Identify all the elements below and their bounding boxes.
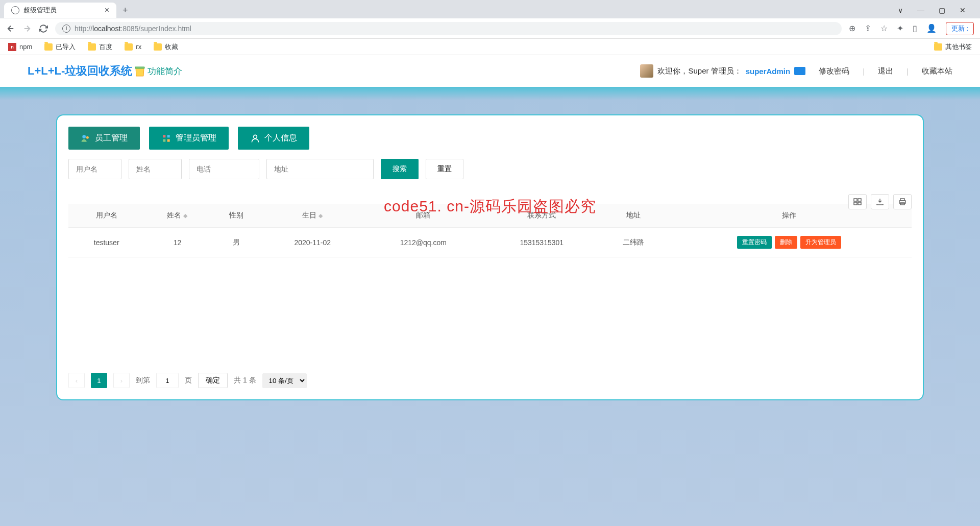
id-badge-icon — [794, 67, 805, 75]
bookmark-npm[interactable]: nnpm — [8, 43, 32, 51]
search-phone-input[interactable] — [189, 159, 259, 179]
cell-username: testuser — [68, 228, 144, 257]
change-password-link[interactable]: 修改密码 — [819, 66, 849, 76]
reload-icon[interactable] — [39, 24, 48, 33]
bookmark-fav[interactable]: 收藏 — [154, 42, 178, 52]
next-page-button[interactable]: › — [113, 373, 130, 388]
app-header: L+L+L-垃圾回收系统 功能简介 欢迎你，Super 管理员： superAd… — [0, 55, 980, 87]
chevron-down-icon[interactable]: ∨ — [898, 6, 903, 14]
reset-button[interactable]: 重置 — [426, 159, 463, 179]
data-table: 用户名 姓名◆ 性别 生日◆ 邮箱 联系方式 地址 操作 testuser 12… — [68, 204, 912, 257]
col-contact: 联系方式 — [484, 204, 599, 228]
goto-suffix: 页 — [185, 376, 192, 385]
window-controls: ∨ — ▢ ✕ — [898, 6, 976, 14]
svg-rect-3 — [167, 135, 170, 137]
bookmark-bar: nnpm 已导入 百度 rx 收藏 其他书签 — [0, 39, 980, 55]
search-name-input[interactable] — [129, 159, 182, 179]
tab-title: 超级管理员 — [23, 6, 57, 15]
page-size-select[interactable]: 10 条/页 — [262, 373, 307, 388]
svg-point-1 — [86, 136, 89, 138]
folder-icon — [44, 43, 53, 51]
goto-page-input[interactable] — [156, 373, 179, 388]
star-icon[interactable]: ☆ — [880, 23, 888, 33]
col-address: 地址 — [599, 204, 667, 228]
search-username-input[interactable] — [68, 159, 121, 179]
admin-icon — [161, 133, 172, 144]
cell-name: 12 — [144, 228, 210, 257]
prev-page-button[interactable]: ‹ — [68, 373, 85, 388]
search-row: 搜索 重置 — [68, 159, 912, 179]
page-1-button[interactable]: 1 — [91, 373, 107, 388]
svg-point-6 — [254, 135, 257, 138]
tab-profile[interactable]: 个人信息 — [238, 127, 309, 150]
share-icon[interactable]: ⇪ — [865, 23, 871, 33]
address-right: ⊕ ⇪ ☆ ✦ ▯ 👤 更新 : — [849, 22, 974, 35]
cell-email: 1212@qq.com — [362, 228, 484, 257]
search-address-input[interactable] — [266, 159, 374, 179]
col-name[interactable]: 姓名◆ — [144, 204, 210, 228]
bookmark-baidu[interactable]: 百度 — [88, 42, 112, 52]
bookmark-other[interactable]: 其他书签 — [934, 42, 972, 52]
col-birthday[interactable]: 生日◆ — [262, 204, 362, 228]
minimize-icon[interactable]: — — [917, 6, 924, 14]
cell-birthday: 2020-11-02 — [262, 228, 362, 257]
browser-tab[interactable]: 超级管理员 × — [4, 3, 116, 18]
svg-rect-13 — [900, 203, 904, 205]
close-tab-icon[interactable]: × — [105, 6, 109, 15]
main-area: 员工管理 管理员管理 个人信息 搜索 重置 code51. cn-源码乐园盗图必… — [0, 87, 980, 526]
tab-staff[interactable]: 员工管理 — [68, 127, 140, 150]
table-row: testuser 12 男 2020-11-02 1212@qq.com 153… — [68, 228, 912, 257]
info-icon[interactable]: i — [62, 25, 70, 33]
side-panel-icon[interactable]: ▯ — [913, 23, 917, 33]
feature-link[interactable]: 功能简介 — [148, 65, 182, 77]
content-panel: 员工管理 管理员管理 个人信息 搜索 重置 code51. cn-源码乐园盗图必… — [56, 114, 924, 400]
zoom-icon[interactable]: ⊕ — [849, 23, 855, 33]
export-icon[interactable] — [871, 194, 889, 209]
promote-button[interactable]: 升为管理员 — [800, 236, 841, 249]
delete-button[interactable]: 删除 — [775, 236, 797, 249]
close-window-icon[interactable]: ✕ — [960, 6, 966, 14]
extensions-icon[interactable]: ✦ — [897, 23, 903, 33]
profile-icon[interactable]: 👤 — [926, 23, 937, 33]
total-count: 共 1 条 — [234, 376, 256, 385]
col-gender: 性别 — [210, 204, 263, 228]
forward-icon[interactable] — [22, 24, 32, 33]
bookmark-rx[interactable]: rx — [125, 43, 141, 51]
address-bar: i http://localhost:8085/superIndex.html … — [0, 18, 980, 39]
update-button[interactable]: 更新 : — [946, 22, 974, 35]
table-header-row: 用户名 姓名◆ 性别 生日◆ 邮箱 联系方式 地址 操作 — [68, 204, 912, 228]
new-tab-button[interactable]: + — [122, 5, 128, 16]
divider: | — [906, 67, 909, 76]
cell-address: 二纬路 — [599, 228, 667, 257]
sort-icon: ◆ — [183, 212, 187, 219]
tab-bar: 超级管理员 × + ∨ — ▢ ✕ — [0, 0, 980, 18]
goto-confirm-button[interactable]: 确定 — [198, 373, 228, 388]
url-input[interactable]: i http://localhost:8085/superIndex.html — [55, 22, 842, 35]
svg-point-0 — [82, 135, 86, 138]
bookmark-imported[interactable]: 已导入 — [44, 42, 76, 52]
person-icon — [250, 133, 260, 144]
svg-rect-5 — [167, 139, 170, 141]
browser-chrome: 超级管理员 × + ∨ — ▢ ✕ i http://localhost:808… — [0, 0, 980, 55]
col-username: 用户名 — [68, 204, 144, 228]
print-icon[interactable] — [893, 194, 912, 209]
cell-action: 重置密码 删除 升为管理员 — [667, 228, 912, 257]
tab-admin[interactable]: 管理员管理 — [149, 127, 229, 150]
logout-link[interactable]: 退出 — [878, 66, 893, 76]
svg-rect-7 — [854, 199, 857, 201]
maximize-icon[interactable]: ▢ — [939, 6, 945, 14]
reset-password-button[interactable]: 重置密码 — [737, 236, 772, 249]
search-button[interactable]: 搜索 — [381, 159, 419, 179]
goto-prefix: 到第 — [136, 376, 150, 385]
folder-icon — [88, 43, 96, 51]
columns-icon[interactable] — [848, 194, 867, 209]
avatar — [640, 64, 653, 78]
favorite-link[interactable]: 收藏本站 — [922, 66, 952, 76]
table-toolbar — [848, 194, 912, 209]
tab-nav: 员工管理 管理员管理 个人信息 — [68, 127, 912, 150]
col-email: 邮箱 — [362, 204, 484, 228]
cell-contact: 15315315301 — [484, 228, 599, 257]
back-icon[interactable] — [6, 24, 15, 33]
sort-icon: ◆ — [318, 212, 323, 219]
svg-rect-2 — [163, 135, 165, 137]
